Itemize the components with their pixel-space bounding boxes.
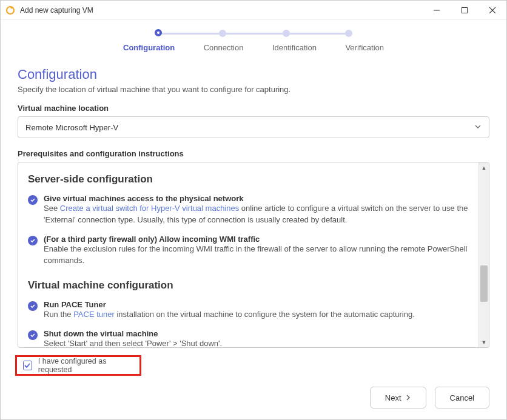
highlight-annotation: I have configured as requested [15,355,141,376]
step-label-configuration[interactable]: Configuration [123,43,175,52]
item-desc: See Create a virtual switch for Hyper-V … [44,203,469,226]
footer-buttons: Next Cancel [1,376,506,419]
instruction-item: Run PACE Tuner Run the PACE tuner instal… [28,300,469,321]
close-button[interactable] [478,1,506,19]
minimize-button[interactable] [423,1,451,19]
location-selected-value: Remote Microsoft Hyper-V [25,123,118,132]
maximize-button[interactable] [451,1,478,19]
step-dot-connection[interactable] [219,30,226,37]
wizard-stepper: Configuration Connection Identification … [18,30,489,52]
instruction-item: (For a third party firewall only) Allow … [28,235,469,267]
svg-point-0 [7,7,14,14]
content-area: Configuration Connection Identification … [1,20,506,376]
check-icon [28,236,38,245]
instruction-item: Shut down the virtual machine Select 'St… [28,329,469,347]
stepper-track [156,30,351,37]
instructions-content: Server-side configuration Give virtual m… [18,162,478,347]
confirm-checkbox[interactable] [23,361,32,370]
item-title: Shut down the virtual machine [44,329,469,338]
dialog-window: Add new capturing VM Configuration Conne… [0,0,507,420]
step-label-identification[interactable]: Identification [272,43,317,52]
next-button[interactable]: Next [370,387,426,408]
scrollbar[interactable]: ▲ ▼ [478,162,489,347]
confirm-label: I have configured as requested [38,357,133,374]
location-label: Virtual machine location [18,104,489,113]
item-desc: Enable the exclusion rules for the incom… [44,244,469,267]
location-dropdown[interactable]: Remote Microsoft Hyper-V [18,116,489,138]
confirm-row: I have configured as requested [18,348,489,376]
instruction-item: Give virtual machines access to the phys… [28,194,469,226]
app-icon [5,5,15,15]
window-title: Add new capturing VM [20,6,423,15]
scroll-down-arrow[interactable]: ▼ [479,337,489,347]
cancel-button[interactable]: Cancel [435,387,489,408]
instructions-panel: Server-side configuration Give virtual m… [18,162,489,348]
step-dot-configuration[interactable] [155,29,162,36]
check-icon [28,195,38,205]
link-create-virtual-switch[interactable]: Create a virtual switch for Hyper-V virt… [60,204,240,213]
item-desc: Select 'Start' and then select 'Power' >… [44,338,469,347]
item-desc: Run the PACE tuner installation on the v… [44,309,469,321]
chevron-right-icon [405,393,411,402]
section-heading-vm: Virtual machine configuration [28,279,469,292]
item-title: Give virtual machines access to the phys… [44,194,469,203]
step-label-connection[interactable]: Connection [204,43,244,52]
scroll-thumb[interactable] [480,265,488,302]
stepper-labels: Configuration Connection Identification … [123,43,384,52]
instructions-label: Prerequisites and configuration instruct… [18,149,489,158]
step-label-verification[interactable]: Verification [345,43,384,52]
check-icon [28,301,38,311]
section-heading-server: Server-side configuration [28,173,469,185]
step-dot-identification[interactable] [283,30,290,37]
check-icon [28,330,38,340]
scroll-up-arrow[interactable]: ▲ [479,162,489,173]
link-pace-tuner[interactable]: PACE tuner [73,310,115,319]
svg-rect-2 [462,7,468,13]
titlebar: Add new capturing VM [1,1,506,20]
chevron-down-icon [474,123,482,132]
window-controls [423,1,506,19]
step-dot-verification[interactable] [345,30,352,37]
item-title: (For a third party firewall only) Allow … [44,235,469,244]
page-subtitle: Specify the location of virtual machine … [18,85,489,94]
page-title: Configuration [18,67,489,82]
item-title: Run PACE Tuner [44,300,469,309]
